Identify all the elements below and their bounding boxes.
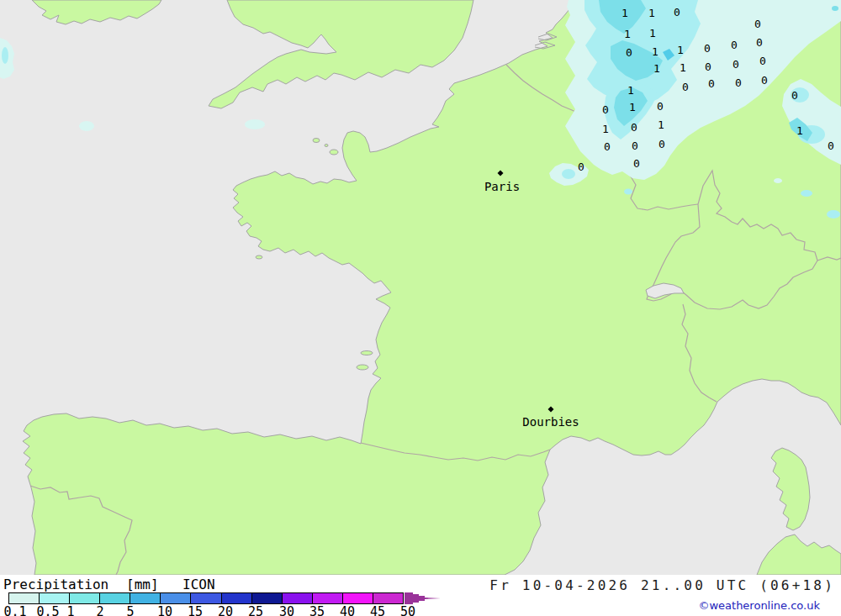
precip-value: 1 — [653, 62, 660, 75]
legend-tick-label: 20 — [218, 604, 233, 616]
weather-map-screenshot: 110011000011110001000000101011000000 Par… — [0, 0, 841, 616]
legend-color-cell — [283, 593, 313, 603]
precip-value: 0 — [602, 103, 609, 116]
precip-value: 0 — [791, 89, 798, 102]
precip-spot — [827, 210, 840, 218]
precip-value: 0 — [731, 39, 738, 51]
precip-spot — [624, 189, 632, 195]
precip-value: 0 — [704, 42, 711, 55]
legend-tick-label: 45 — [370, 604, 385, 616]
precip-value: 1 — [624, 28, 631, 40]
legend-color-cell — [100, 593, 130, 603]
legend-tick-labels: 0.10.5125101520253035404550 — [0, 604, 437, 616]
legend-tick-label: 10 — [157, 604, 172, 616]
precip-value: 0 — [705, 61, 711, 73]
legend-tick-label: 1 — [66, 604, 74, 616]
legend-model-text: ICON — [182, 577, 215, 592]
island-belle-ile — [256, 255, 262, 259]
precip-value: 0 — [756, 36, 763, 49]
precip-value: 1 — [658, 118, 664, 131]
map-canvas: 110011000011110001000000101011000000 Par… — [0, 0, 841, 575]
precip-spot — [562, 169, 575, 179]
island-channel-1 — [313, 139, 320, 143]
legend-color-cell — [70, 593, 100, 603]
precip-value: 1 — [652, 45, 659, 58]
precip-spot — [79, 121, 94, 131]
legend-color-cell — [343, 593, 373, 603]
precip-value: 1 — [680, 61, 686, 74]
precip-spot — [2, 47, 8, 64]
legend-color-cell — [222, 593, 252, 603]
city-label: Dourbies — [522, 415, 579, 429]
legend-tick-label: 30 — [279, 604, 294, 616]
precip-value: 0 — [626, 46, 632, 59]
precip-value: 0 — [604, 140, 611, 153]
forecast-datetime: Fr 10-04-2026 21..00 UTC (06+18) — [489, 577, 835, 593]
precip-value: 0 — [754, 18, 761, 30]
precip-value: 1 — [602, 123, 609, 135]
legend-color-cell — [313, 593, 343, 603]
legend-tick-label: 0.1 — [3, 604, 26, 616]
legend-tick-label: 5 — [126, 604, 134, 616]
precip-spot — [801, 190, 812, 197]
precip-value: 0 — [659, 138, 665, 150]
map-area: 110011000011110001000000101011000000 Par… — [0, 0, 841, 575]
copyright-link[interactable]: ©weatheronline.co.uk — [698, 599, 820, 612]
legend-tick-label: 25 — [248, 604, 263, 616]
legend-color-cell — [373, 593, 403, 603]
precip-value: 0 — [708, 77, 715, 90]
precip-value: 0 — [759, 55, 766, 67]
island-oleron — [357, 365, 368, 370]
legend-color-cell — [191, 593, 221, 603]
precip-value: 0 — [828, 140, 834, 152]
precip-value: 1 — [677, 44, 684, 56]
precip-value: 0 — [733, 58, 739, 71]
legend-tick-label: 15 — [188, 604, 203, 616]
precip-value: 0 — [633, 157, 640, 170]
precip-value: 0 — [631, 121, 637, 134]
legend-tick-label: 35 — [309, 604, 325, 616]
legend-color-cell — [252, 593, 283, 603]
precip-value: 0 — [682, 81, 689, 93]
island-channel-2 — [330, 150, 338, 155]
precip-value: 1 — [627, 84, 634, 97]
legend-color-scale — [8, 592, 404, 604]
legend-bar: Precipitation [mm] ICON 0.10.51251015202… — [0, 575, 841, 616]
precip-value: 1 — [629, 101, 636, 113]
legend-color-cell — [40, 593, 70, 603]
legend-tick-label: 2 — [96, 604, 103, 616]
precip-value: 1 — [621, 7, 628, 19]
precip-value: 1 — [648, 7, 655, 19]
legend-unit-text: [mm] — [126, 577, 159, 592]
legend-tick-label: 50 — [400, 604, 415, 616]
precip-value: 1 — [649, 27, 656, 39]
precip-value: 1 — [796, 124, 803, 137]
precip-value: 0 — [674, 6, 680, 18]
precip-value: 0 — [632, 140, 638, 152]
precip-spot — [774, 178, 782, 183]
city-label: Paris — [484, 180, 520, 193]
precip-value: 0 — [657, 100, 664, 113]
precip-spot — [832, 6, 838, 11]
legend-color-cell — [9, 593, 40, 603]
legend-color-cell — [130, 593, 161, 603]
legend-tick-label: 40 — [340, 604, 355, 616]
legend-arrow-icon — [405, 592, 442, 605]
legend-tick-label: 0.5 — [36, 604, 59, 616]
legend-color-cell — [161, 593, 191, 603]
precip-value: 0 — [761, 74, 768, 87]
island-channel-3 — [325, 145, 328, 147]
island-re — [361, 351, 373, 355]
precip-spot — [245, 119, 265, 129]
precip-value: 0 — [735, 76, 742, 89]
legend-title-text: Precipitation — [3, 577, 108, 592]
precip-value: 0 — [578, 161, 584, 173]
